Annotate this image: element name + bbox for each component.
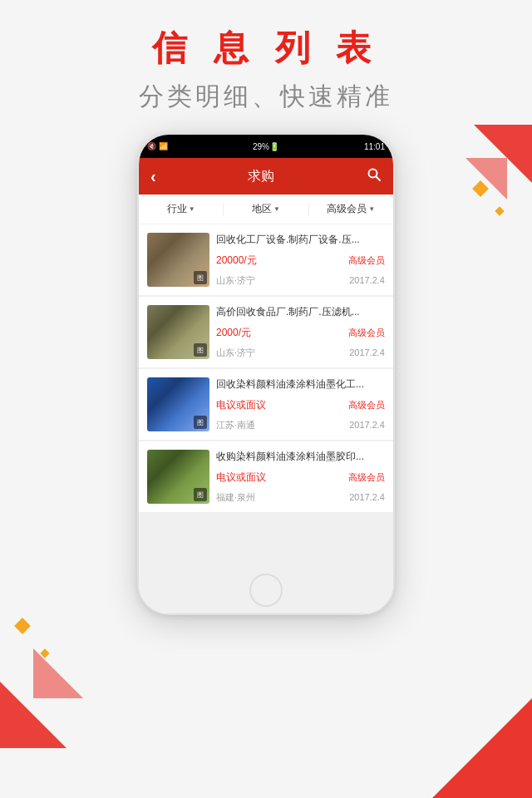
filter-vip-arrow: ▼ <box>368 205 375 213</box>
item-price-2: 2000/元 <box>216 326 251 340</box>
item-location-3: 江苏·南通 <box>216 419 255 431</box>
item-image-1: 图 <box>147 233 209 287</box>
item-price-row-4: 电议或面议 高级会员 <box>216 470 385 485</box>
page-title: 信 息 列 表 <box>0 25 532 71</box>
status-bar: 🔇 📶 29%🔋 11:01 <box>139 135 393 158</box>
svg-line-1 <box>376 176 380 180</box>
wifi-icon: 📶 <box>159 142 168 150</box>
item-content-4: 收购染料颜料油漆涂料油墨胶印... 电议或面议 高级会员 福建·泉州 2017.… <box>216 450 385 504</box>
item-content-3: 回收染料颜料油漆涂料油墨化工... 电议或面议 高级会员 江苏·南通 2017.… <box>216 377 385 431</box>
filter-bar: 行业 ▼ 地区 ▼ 高级会员 ▼ <box>139 195 393 224</box>
filter-region-label: 地区 <box>252 202 272 216</box>
deco-tri-bottom-right <box>432 690 532 798</box>
phone-outer: 🔇 📶 29%🔋 11:01 ‹ 求购 <box>137 133 395 615</box>
item-image-4: 图 <box>147 450 209 504</box>
item-badge-4: 高级会员 <box>348 471 385 484</box>
item-title-2: 高价回收食品厂.制药厂.压滤机... <box>216 305 385 319</box>
item-price-4: 电议或面议 <box>216 470 266 485</box>
item-date-1: 2017.2.4 <box>349 275 385 285</box>
navbar-title: 求购 <box>248 168 274 185</box>
item-date-2: 2017.2.4 <box>349 347 385 357</box>
back-button[interactable]: ‹ <box>150 167 156 186</box>
list-item[interactable]: 图 高价回收食品厂.制药厂.压滤机... 2000/元 高级会员 山东·济宁 2… <box>139 297 393 367</box>
phone-screen: ‹ 求购 行业 ▼ 地区 ▼ <box>139 158 393 613</box>
status-icons: 🔇 📶 <box>147 142 168 150</box>
item-price-row-2: 2000/元 高级会员 <box>216 326 385 340</box>
image-badge: 图 <box>194 343 207 357</box>
image-badge: 图 <box>194 416 207 429</box>
item-title-3: 回收染料颜料油漆涂料油墨化工... <box>216 377 385 392</box>
filter-industry-arrow: ▼ <box>189 205 195 213</box>
item-date-3: 2017.2.4 <box>349 420 385 430</box>
item-price-row-3: 电议或面议 高级会员 <box>216 398 385 412</box>
item-info-row-4: 福建·泉州 2017.2.4 <box>216 491 385 504</box>
item-price-3: 电议或面议 <box>216 398 266 412</box>
search-icon[interactable] <box>367 167 382 186</box>
page-subtitle: 分类明细、快速精准 <box>0 80 532 114</box>
filter-vip-label: 高级会员 <box>327 202 367 216</box>
item-info-row-3: 江苏·南通 2017.2.4 <box>216 419 385 431</box>
item-info-row-1: 山东·济宁 2017.2.4 <box>216 274 385 287</box>
image-badge: 图 <box>194 488 207 501</box>
page-header: 信 息 列 表 分类明细、快速精准 <box>0 25 532 114</box>
filter-industry[interactable]: 行业 ▼ <box>139 202 224 216</box>
item-image-2: 图 <box>147 305 209 359</box>
item-badge-1: 高级会员 <box>348 254 385 267</box>
item-location-2: 山东·济宁 <box>216 347 255 359</box>
item-info-row-2: 山东·济宁 2017.2.4 <box>216 347 385 359</box>
item-location-1: 山东·济宁 <box>216 274 255 287</box>
list-container[interactable]: 图 回收化工厂设备.制药厂设备.压... 20000/元 高级会员 山东·济宁 … <box>139 224 393 613</box>
home-button[interactable] <box>249 574 283 607</box>
battery-percent: 29%🔋 <box>253 142 279 151</box>
item-price-row-1: 20000/元 高级会员 <box>216 254 385 268</box>
phone-mockup: 🔇 📶 29%🔋 11:01 ‹ 求购 <box>137 133 395 615</box>
item-badge-2: 高级会员 <box>348 327 385 339</box>
list-item[interactable]: 图 收购染料颜料油漆涂料油墨胶印... 电议或面议 高级会员 福建·泉州 201… <box>139 441 393 512</box>
item-date-4: 2017.2.4 <box>349 492 385 502</box>
item-location-4: 福建·泉州 <box>216 491 255 504</box>
item-content-2: 高价回收食品厂.制药厂.压滤机... 2000/元 高级会员 山东·济宁 201… <box>216 305 385 359</box>
list-item[interactable]: 图 回收染料颜料油漆涂料油墨化工... 电议或面议 高级会员 江苏·南通 201… <box>139 369 393 440</box>
volume-icon: 🔇 <box>147 142 156 150</box>
item-content-1: 回收化工厂设备.制药厂设备.压... 20000/元 高级会员 山东·济宁 20… <box>216 233 385 287</box>
clock: 11:01 <box>364 142 385 151</box>
item-price-1: 20000/元 <box>216 254 257 268</box>
filter-industry-label: 行业 <box>167 202 187 216</box>
filter-region[interactable]: 地区 ▼ <box>224 202 308 216</box>
item-badge-3: 高级会员 <box>348 399 385 411</box>
filter-region-arrow: ▼ <box>273 205 280 213</box>
filter-vip[interactable]: 高级会员 ▼ <box>309 202 393 216</box>
item-title-1: 回收化工厂设备.制药厂设备.压... <box>216 233 385 247</box>
deco-tri-top-right2 <box>466 158 507 241</box>
app-navbar: ‹ 求购 <box>139 158 393 195</box>
item-title-4: 收购染料颜料油漆涂料油墨胶印... <box>216 450 385 464</box>
item-image-3: 图 <box>147 377 209 431</box>
deco-tri-bottom-left2 <box>33 598 83 698</box>
list-item[interactable]: 图 回收化工厂设备.制药厂设备.压... 20000/元 高级会员 山东·济宁 … <box>139 224 393 295</box>
image-badge: 图 <box>194 271 207 284</box>
